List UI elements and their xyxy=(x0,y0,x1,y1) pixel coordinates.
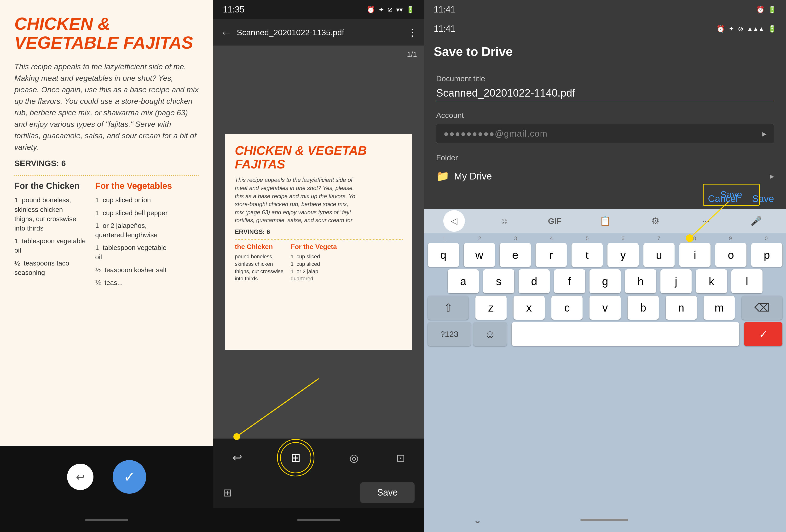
pdf-header: ← Scanned_20201022-1135.pdf ⋮ xyxy=(213,19,424,46)
key-b[interactable]: b xyxy=(628,296,659,320)
keyboard-row-3: ⇧ z x c v b n m ⌫ xyxy=(428,296,782,320)
panel1-recipe-viewer: CHICKEN & VEGETABLE FAJITAS This recipe … xyxy=(0,0,213,532)
number-hints-row: 1 2 3 4 5 6 7 8 9 0 xyxy=(428,235,782,241)
backspace-key[interactable]: ⌫ xyxy=(742,296,782,320)
folder-name-wrapper: 📁 My Drive xyxy=(436,170,492,182)
alarm-icon-3: ⏰ xyxy=(756,6,765,14)
pdf-undo-button[interactable]: ↩ xyxy=(232,451,242,465)
space-key[interactable] xyxy=(512,322,739,346)
keyboard-mic-btn[interactable]: 🎤 xyxy=(745,210,767,232)
key-o[interactable]: o xyxy=(715,243,746,267)
emoji-key[interactable]: ☺ xyxy=(473,322,507,346)
keyboard-collapse-btn[interactable]: ⌄ xyxy=(473,514,482,526)
key-r[interactable]: r xyxy=(536,243,567,267)
key-s[interactable]: s xyxy=(483,269,514,293)
pdf-recipe-title: CHICKEN & VEGETABFAJITAS xyxy=(235,144,402,171)
recipe-description: This recipe appeals to the lazy/efficien… xyxy=(15,61,199,153)
status-icons-3: ⏰ 🔋 xyxy=(756,6,777,14)
pdf-crop-button[interactable]: ⊡ xyxy=(396,452,405,464)
key-z[interactable]: z xyxy=(476,296,507,320)
num-1: 1 xyxy=(428,235,460,241)
key-w[interactable]: w xyxy=(464,243,495,267)
keyboard-sticker-btn[interactable]: ☺ xyxy=(494,210,515,232)
num-2: 2 xyxy=(463,235,496,241)
key-p[interactable]: p xyxy=(751,243,782,267)
keyboard-settings-btn[interactable]: ⚙ xyxy=(645,210,666,232)
veg-ingredient-2: 1 cup sliced bell pepper xyxy=(95,208,172,217)
status-bar-3: 11:41 ⏰ 🔋 xyxy=(424,0,786,19)
key-e[interactable]: e xyxy=(500,243,531,267)
key-k[interactable]: k xyxy=(696,269,727,293)
signal-icon: ⊘ xyxy=(387,6,393,14)
folder-name: My Drive xyxy=(454,171,492,182)
account-value: ●●●●●●●●●@gmail.com xyxy=(444,129,762,139)
keyboard-gif-btn[interactable]: GIF xyxy=(544,210,565,232)
key-q[interactable]: q xyxy=(428,243,459,267)
folder-label: Folder xyxy=(436,153,774,162)
pdf-save-button[interactable]: Save xyxy=(360,482,415,503)
key-d[interactable]: d xyxy=(518,269,550,293)
status-bar-3b: 11:41 ⏰ ✦ ⊘ ▲▲▲ 🔋 xyxy=(424,19,786,38)
key-g[interactable]: g xyxy=(590,269,621,293)
recipe-servings: SERVINGS: 6 xyxy=(15,159,199,168)
pdf-back-button[interactable]: ← xyxy=(221,26,232,39)
key-x[interactable]: x xyxy=(513,296,545,320)
ingredient-3: ½ teaspoons tacoseasoning xyxy=(15,259,86,277)
chicken-heading: For the Chicken xyxy=(15,181,86,191)
pdf-bottom-add-button[interactable]: ⊞ xyxy=(223,486,232,499)
pdf-page-preview: CHICKEN & VEGETABFAJITAS This recipe app… xyxy=(225,134,412,350)
enter-icon: ✓ xyxy=(759,328,768,340)
pdf-veg-heading: For the Vegeta xyxy=(291,243,337,251)
save-form: Document title Account ●●●●●●●●●@gmail.c… xyxy=(424,65,786,209)
save-annotation-box: Save xyxy=(703,184,760,206)
back-button[interactable]: ↩ xyxy=(67,464,93,490)
pdf-menu-button[interactable]: ⋮ xyxy=(408,27,417,38)
key-n[interactable]: n xyxy=(666,296,697,320)
recipe-columns: For the Chicken 1 pound boneless,skinles… xyxy=(15,181,199,291)
panel2-nav-bar xyxy=(213,508,424,532)
confirm-button[interactable]: ✓ xyxy=(113,460,146,494)
keyboard-back-btn[interactable]: ◁ xyxy=(443,210,465,232)
wifi-icon: ▾▾ xyxy=(396,6,403,14)
key-a[interactable]: a xyxy=(448,269,479,293)
account-dropdown-arrow: ▸ xyxy=(762,129,767,139)
keyboard-home-indicator xyxy=(580,519,628,521)
key-h[interactable]: h xyxy=(625,269,656,293)
pdf-erase-button[interactable]: ◎ xyxy=(349,452,359,464)
pdf-divider xyxy=(235,239,402,240)
key-f[interactable]: f xyxy=(554,269,585,293)
key-t[interactable]: t xyxy=(572,243,603,267)
pdf-toolbar: ↩ ⊞ ◎ ⊡ xyxy=(213,439,424,477)
shift-key[interactable]: ⇧ xyxy=(428,296,468,320)
key-j[interactable]: j xyxy=(661,269,692,293)
ingredient-2: 1 tablespoon vegetableoil xyxy=(15,236,86,255)
account-select[interactable]: ●●●●●●●●●@gmail.com ▸ xyxy=(436,124,774,144)
key-y[interactable]: y xyxy=(607,243,639,267)
keyboard-more-btn[interactable]: ··· xyxy=(695,210,717,232)
key-u[interactable]: u xyxy=(643,243,675,267)
veg-ingredient-1: 1 cup sliced onion xyxy=(95,195,172,205)
key-l[interactable]: l xyxy=(731,269,763,293)
key-m[interactable]: m xyxy=(703,296,735,320)
enter-key[interactable]: ✓ xyxy=(744,322,782,346)
veg-ingredient-6: ½ teas... xyxy=(95,278,172,287)
alarm-icon: ⏰ xyxy=(367,6,375,14)
key-c[interactable]: c xyxy=(551,296,582,320)
home-indicator-2 xyxy=(297,519,340,521)
keyboard-clipboard-btn[interactable]: 📋 xyxy=(594,210,616,232)
pdf-add-page-button[interactable]: ⊞ xyxy=(280,442,311,473)
battery-icon: 🔋 xyxy=(406,6,415,14)
network-icon-3b: ⊘ xyxy=(738,25,743,33)
pdf-viewer-area: 1/1 CHICKEN & VEGETABFAJITAS This recipe… xyxy=(213,46,424,439)
status-icons-2: ⏰ ✦ ⊘ ▾▾ 🔋 xyxy=(367,6,415,14)
key-i[interactable]: i xyxy=(679,243,711,267)
status-time-2: 11:35 xyxy=(223,4,245,15)
numbers-key[interactable]: ?123 xyxy=(428,322,471,346)
veg-column: For the Vegetables 1 cup sliced onion 1 … xyxy=(95,181,172,291)
gear-icon: ⚙ xyxy=(651,216,660,226)
num-3: 3 xyxy=(500,235,532,241)
key-v[interactable]: v xyxy=(590,296,621,320)
doc-title-input[interactable] xyxy=(436,87,774,99)
sticker-icon: ☺ xyxy=(500,216,509,226)
backspace-icon: ⌫ xyxy=(754,301,770,314)
